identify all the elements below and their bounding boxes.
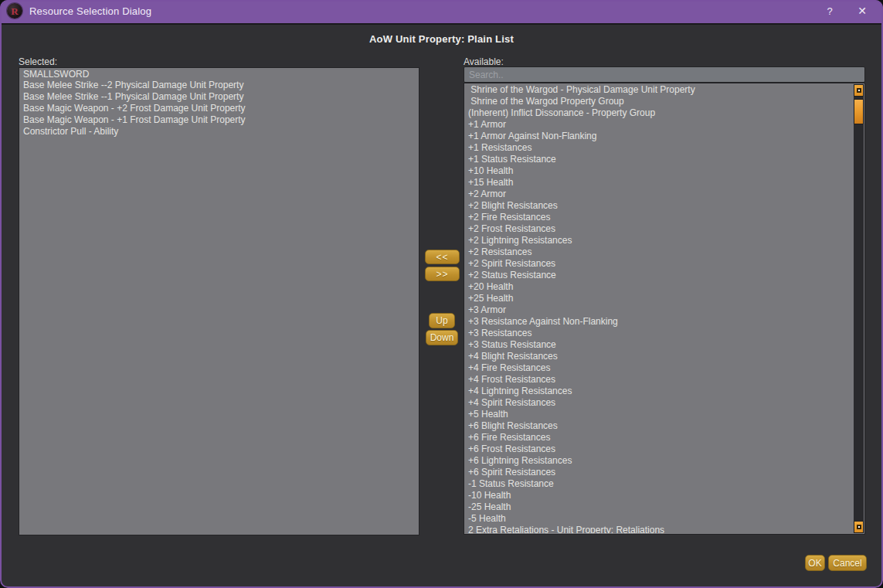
available-list-item[interactable]: (Inherent) Inflict Dissonance - Property… — [465, 107, 853, 119]
ok-button[interactable]: OK — [805, 555, 825, 571]
available-list-item[interactable]: +6 Frost Resistances — [465, 444, 853, 455]
help-button[interactable]: ? — [817, 1, 843, 21]
page-title: AoW Unit Property: Plain List — [0, 33, 883, 45]
available-list-item[interactable]: +2 Status Resistance — [465, 270, 853, 281]
scroll-down-button[interactable] — [854, 521, 864, 533]
selected-list[interactable]: SMALLSWORDBase Melee Strike --2 Physical… — [19, 67, 419, 535]
scroll-down-arrow-icon — [857, 525, 861, 529]
available-list-item[interactable]: +2 Resistances — [465, 246, 853, 258]
available-list-item[interactable]: +3 Armor — [465, 304, 853, 316]
selected-label: Selected: — [19, 56, 57, 67]
available-list-item[interactable]: +4 Lightning Resistances — [465, 386, 853, 397]
available-list-item[interactable]: +1 Armor — [465, 119, 853, 131]
available-list-item[interactable]: +2 Fire Resistances — [465, 212, 853, 223]
available-list-item[interactable]: +20 Health — [465, 281, 853, 293]
selected-list-item[interactable]: Base Melee Strike --1 Physical Damage Un… — [19, 91, 419, 103]
available-list-item[interactable]: +3 Resistance Against Non-Flanking — [465, 316, 853, 328]
scrollbar-thumb[interactable] — [854, 99, 864, 124]
available-list-item[interactable]: +2 Blight Resistances — [465, 200, 853, 212]
available-list-item[interactable]: +4 Fire Resistances — [465, 362, 853, 374]
available-list-item[interactable]: +6 Spirit Resistances — [465, 467, 853, 478]
available-list-item[interactable]: +2 Frost Resistances — [465, 223, 853, 235]
available-list-item[interactable]: +1 Armor Against Non-Flanking — [465, 131, 853, 142]
available-list-item[interactable]: +2 Spirit Resistances — [465, 258, 853, 270]
move-to-available-button[interactable]: >> — [425, 267, 460, 281]
available-list-item[interactable]: +3 Resistances — [465, 328, 853, 339]
available-list-item[interactable]: +4 Blight Resistances — [465, 351, 853, 362]
available-list-item[interactable]: +5 Health — [465, 409, 853, 420]
available-list-item[interactable]: -5 Health — [465, 513, 853, 525]
available-list-item[interactable]: +6 Fire Resistances — [465, 432, 853, 444]
move-to-selected-button[interactable]: << — [425, 250, 460, 264]
available-list-item[interactable]: Shrine of the Wargod Property Group — [465, 96, 853, 107]
selected-list-item[interactable]: Base Melee Strike --2 Physical Damage Un… — [19, 80, 419, 91]
available-list-item[interactable]: +4 Spirit Resistances — [465, 397, 853, 409]
available-list-item[interactable]: +4 Frost Resistances — [465, 374, 853, 386]
available-list-item[interactable]: +1 Resistances — [465, 142, 853, 154]
available-list-scrollbar[interactable] — [854, 84, 864, 533]
app-logo-icon: R — [7, 3, 22, 19]
available-list-item[interactable]: 2 Extra Retaliations - Unit Property: Re… — [465, 525, 853, 533]
selected-list-item[interactable]: Base Magic Weapon - +1 Frost Damage Unit… — [19, 114, 419, 126]
available-list-item[interactable]: -25 Health — [465, 501, 853, 513]
scroll-up-button[interactable] — [854, 84, 864, 97]
scroll-up-arrow-icon — [857, 88, 861, 93]
available-list-item[interactable]: +6 Lightning Resistances — [465, 455, 853, 467]
available-list-item[interactable]: +2 Lightning Resistances — [465, 235, 853, 246]
selected-list-item[interactable]: SMALLSWORD — [19, 68, 419, 80]
titlebar[interactable]: R Resource Selection Dialog ? ✕ — [0, 0, 883, 25]
cancel-button[interactable]: Cancel — [828, 555, 867, 571]
search-input[interactable] — [464, 66, 865, 83]
app-logo-letter: R — [11, 6, 18, 16]
available-list-item[interactable]: -10 Health — [465, 490, 853, 501]
close-button[interactable]: ✕ — [849, 1, 875, 21]
available-list-item[interactable]: Shrine of the Wargod - Physical Damage U… — [465, 84, 853, 96]
available-list-items: Shrine of the Wargod - Physical Damage U… — [465, 84, 853, 533]
available-list-item[interactable]: +3 Status Resistance — [465, 339, 853, 351]
available-list-item[interactable]: -1 Status Resistance — [465, 478, 853, 490]
available-label: Available: — [464, 56, 504, 67]
selected-list-item[interactable]: Base Magic Weapon - +2 Frost Damage Unit… — [19, 103, 419, 114]
available-list[interactable]: Shrine of the Wargod - Physical Damage U… — [464, 83, 865, 535]
available-list-item[interactable]: +6 Blight Resistances — [465, 420, 853, 432]
move-up-button[interactable]: Up — [429, 313, 455, 328]
available-list-item[interactable]: +10 Health — [465, 165, 853, 177]
available-list-item[interactable]: +2 Armor — [465, 189, 853, 200]
available-list-item[interactable]: +15 Health — [465, 177, 853, 189]
resource-selection-dialog-window: R Resource Selection Dialog ? ✕ AoW Unit… — [0, 0, 883, 588]
move-down-button[interactable]: Down — [426, 330, 458, 345]
available-list-item[interactable]: +25 Health — [465, 293, 853, 304]
window-title: Resource Selection Dialog — [29, 5, 817, 17]
selected-list-item[interactable]: Constrictor Pull - Ability — [19, 126, 419, 138]
available-list-item[interactable]: +1 Status Resistance — [465, 154, 853, 165]
